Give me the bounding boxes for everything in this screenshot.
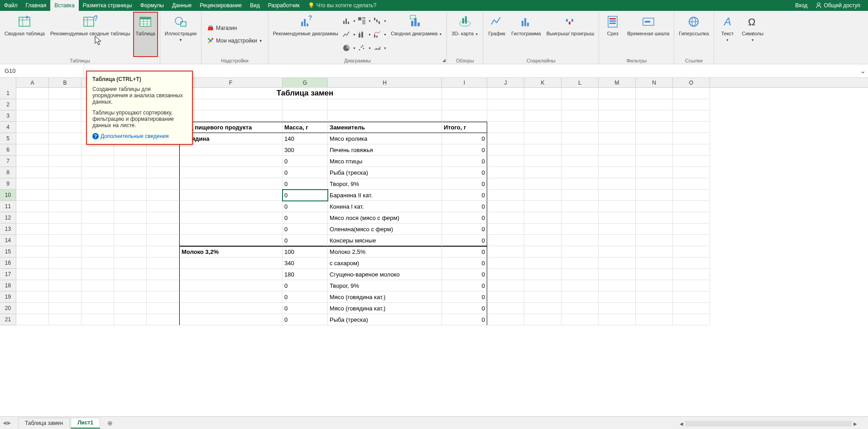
- cell-B3[interactable]: [49, 110, 82, 122]
- cell-F7[interactable]: [179, 156, 283, 167]
- cell-H3[interactable]: [328, 110, 442, 122]
- waterfall-chart-btn[interactable]: ▼: [373, 14, 387, 27]
- cell-J4[interactable]: [487, 122, 524, 133]
- cell-B15[interactable]: [49, 246, 82, 257]
- cell-O12[interactable]: [673, 212, 710, 224]
- cell-G12[interactable]: 0: [283, 212, 328, 224]
- cell-K2[interactable]: [524, 99, 561, 110]
- row-header-21[interactable]: 21: [0, 314, 16, 325]
- cell-J16[interactable]: [487, 257, 524, 269]
- cell-I5[interactable]: 0: [442, 133, 487, 144]
- menu-вид[interactable]: Вид: [246, 0, 264, 11]
- cell-H1[interactable]: [328, 88, 442, 99]
- cell-H14[interactable]: Консеры мясные: [328, 235, 442, 246]
- cell-A14[interactable]: [16, 235, 49, 246]
- cell-L18[interactable]: [561, 280, 599, 291]
- cell-C8[interactable]: [82, 167, 114, 178]
- cell-N6[interactable]: [636, 144, 673, 156]
- cell-G14[interactable]: 0: [283, 235, 328, 246]
- cell-O16[interactable]: [673, 257, 710, 269]
- cell-C13[interactable]: [82, 224, 114, 235]
- cell-D21[interactable]: [114, 314, 147, 325]
- cell-L15[interactable]: [561, 246, 599, 257]
- cell-O19[interactable]: [673, 291, 710, 303]
- cell-C15[interactable]: [82, 246, 114, 257]
- cell-L6[interactable]: [561, 144, 599, 156]
- cell-J10[interactable]: [487, 190, 524, 201]
- cell-B19[interactable]: [49, 291, 82, 303]
- cell-A20[interactable]: [16, 303, 49, 314]
- signin-link[interactable]: Вход: [791, 0, 811, 11]
- recommended-pivot-button[interactable]: ? Рекомендуемые сводные таблицы: [48, 13, 132, 56]
- menu-главная[interactable]: Главная: [22, 0, 51, 11]
- cell-L19[interactable]: [561, 291, 599, 303]
- row-header-13[interactable]: 13: [0, 224, 16, 235]
- cell-A8[interactable]: [16, 167, 49, 178]
- cell-I1[interactable]: [442, 88, 487, 99]
- cell-K8[interactable]: [524, 167, 561, 178]
- cell-N11[interactable]: [636, 201, 673, 212]
- cell-E16[interactable]: [147, 257, 179, 269]
- tab-scroll-arrows[interactable]: ◀▶: [0, 420, 14, 426]
- menu-разработчик[interactable]: Разработчик: [264, 0, 304, 11]
- cell-I3[interactable]: [442, 110, 487, 122]
- row-header-15[interactable]: 15: [0, 246, 16, 257]
- cell-O6[interactable]: [673, 144, 710, 156]
- formula-input[interactable]: [84, 64, 857, 77]
- cell-F3[interactable]: [179, 110, 283, 122]
- cell-A12[interactable]: [16, 212, 49, 224]
- surface-chart-btn[interactable]: ▼: [373, 42, 387, 54]
- cell-O17[interactable]: [673, 269, 710, 280]
- cell-E19[interactable]: [147, 291, 179, 303]
- cell-O18[interactable]: [673, 280, 710, 291]
- cell-A9[interactable]: [16, 178, 49, 190]
- cell-E14[interactable]: [147, 235, 179, 246]
- cell-C18[interactable]: [82, 280, 114, 291]
- cell-N18[interactable]: [636, 280, 673, 291]
- cell-I13[interactable]: 0: [442, 224, 487, 235]
- cell-H7[interactable]: Мясо птицы: [328, 156, 442, 167]
- cell-J18[interactable]: [487, 280, 524, 291]
- cell-J7[interactable]: [487, 156, 524, 167]
- cell-F6[interactable]: [179, 144, 283, 156]
- cell-L1[interactable]: [561, 88, 599, 99]
- cell-F16[interactable]: [179, 257, 283, 269]
- cell-J12[interactable]: [487, 212, 524, 224]
- map3d-button[interactable]: 3D- карта ▼: [450, 13, 480, 56]
- cell-F20[interactable]: [179, 303, 283, 314]
- cell-F19[interactable]: [179, 291, 283, 303]
- cell-L4[interactable]: [561, 122, 599, 133]
- slicer-button[interactable]: Срез: [602, 13, 623, 56]
- cell-M13[interactable]: [599, 224, 636, 235]
- cell-M3[interactable]: [599, 110, 636, 122]
- col-header-K[interactable]: K: [524, 78, 561, 88]
- cell-G7[interactable]: 0: [283, 156, 328, 167]
- cell-B12[interactable]: [49, 212, 82, 224]
- cell-M2[interactable]: [599, 99, 636, 110]
- cell-M21[interactable]: [599, 314, 636, 325]
- cell-A1[interactable]: [16, 88, 49, 99]
- cell-J11[interactable]: [487, 201, 524, 212]
- cell-F18[interactable]: [179, 280, 283, 291]
- my-addins-button[interactable]: Мои надстройки ▼: [204, 36, 265, 45]
- cell-J17[interactable]: [487, 269, 524, 280]
- cell-N15[interactable]: [636, 246, 673, 257]
- menu-рецензирование[interactable]: Рецензирование: [196, 0, 246, 11]
- cell-L3[interactable]: [561, 110, 599, 122]
- cell-C21[interactable]: [82, 314, 114, 325]
- cell-B9[interactable]: [49, 178, 82, 190]
- tell-me[interactable]: 💡 Что вы хотите сделать?: [304, 0, 381, 11]
- cell-A18[interactable]: [16, 280, 49, 291]
- cell-B16[interactable]: [49, 257, 82, 269]
- cell-E20[interactable]: [147, 303, 179, 314]
- row-header-16[interactable]: 16: [0, 257, 16, 269]
- cell-K1[interactable]: [524, 88, 561, 99]
- col-header-A[interactable]: A: [16, 78, 49, 88]
- cell-K7[interactable]: [524, 156, 561, 167]
- cell-K9[interactable]: [524, 178, 561, 190]
- row-header-1[interactable]: 1: [0, 88, 16, 99]
- row-header-19[interactable]: 19: [0, 291, 16, 303]
- col-header-O[interactable]: O: [673, 78, 710, 88]
- cell-D14[interactable]: [114, 235, 147, 246]
- cell-M8[interactable]: [599, 167, 636, 178]
